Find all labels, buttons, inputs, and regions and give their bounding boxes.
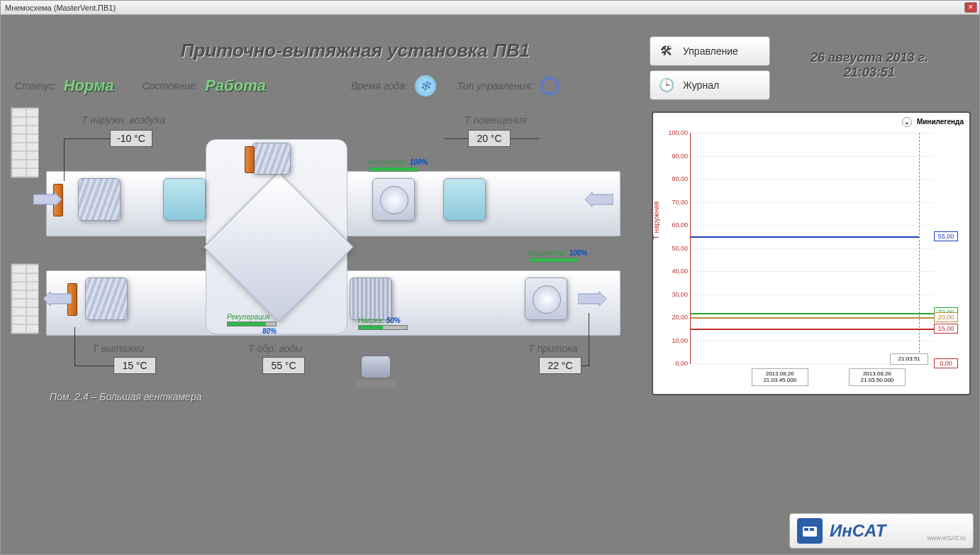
status-row: Статус: Норма Состояние: Работа Время го… bbox=[15, 75, 559, 97]
time-cursor-label: 21:03:51 bbox=[890, 353, 928, 365]
gridline bbox=[691, 156, 934, 157]
gridline bbox=[691, 202, 934, 203]
arrow-left-icon bbox=[585, 192, 613, 207]
supply-fan-icon bbox=[372, 178, 415, 221]
filter-icon bbox=[252, 143, 291, 175]
gridline bbox=[691, 248, 934, 249]
heat-label: Нагрев: 50% bbox=[358, 317, 401, 324]
exhaust-fan-icon bbox=[525, 278, 567, 320]
series-line bbox=[691, 317, 934, 319]
svg-rect-2 bbox=[810, 528, 814, 531]
close-button[interactable]: ✕ bbox=[964, 2, 977, 13]
status-value: Норма bbox=[64, 77, 114, 95]
control-type-label: Тип управления: bbox=[457, 80, 533, 92]
room-temp-label: Т помещения bbox=[464, 114, 527, 126]
trend-chart-panel: ⌄ Минилегенда Т наружная 0,0010,0020,003… bbox=[652, 111, 971, 395]
outdoor-temp-value[interactable]: -10 °C bbox=[110, 130, 152, 147]
pump-icon bbox=[351, 348, 401, 388]
recup-bar bbox=[227, 322, 277, 326]
damper-icon bbox=[245, 146, 255, 173]
wall-segment bbox=[11, 263, 39, 334]
arrow-right-icon bbox=[33, 192, 62, 207]
filter-icon bbox=[85, 278, 128, 320]
chevron-down-icon[interactable]: ⌄ bbox=[902, 117, 912, 127]
series-value-tag: 15,00 bbox=[934, 324, 958, 334]
y-axis-title: Т наружная bbox=[652, 202, 660, 240]
series-value-tag: 55,00 bbox=[934, 231, 958, 241]
legend-header[interactable]: ⌄ Минилегенда bbox=[902, 117, 964, 127]
series-line bbox=[691, 236, 919, 238]
y-tick-label: 40,00 bbox=[662, 268, 691, 275]
y-tick-label: 50,00 bbox=[662, 245, 691, 252]
series-line bbox=[691, 313, 934, 314]
sensor-connector bbox=[581, 366, 590, 366]
power2-bar bbox=[528, 258, 578, 263]
window-frame: Мнемосхема (MasterVent.ПВ1) ✕ Приточно-в… bbox=[0, 0, 980, 555]
chart-plot-area[interactable]: 0,0010,0020,0030,0040,0050,0060,0070,008… bbox=[690, 133, 934, 364]
cooling-coil-icon bbox=[163, 178, 206, 221]
state-label: Состояние: bbox=[143, 80, 199, 92]
sensor-connector bbox=[445, 138, 469, 139]
gridline bbox=[691, 341, 934, 341]
heat-bar bbox=[358, 325, 408, 330]
gridline bbox=[691, 179, 934, 180]
power1-bar bbox=[369, 167, 418, 172]
status-label: Статус: bbox=[15, 80, 57, 92]
time-text: 21:03:51 bbox=[781, 65, 958, 80]
vendor-logo[interactable]: ИнCAT www.inSAT.ru bbox=[789, 513, 974, 549]
hvac-schematic: Т наружн. воздуха -10 °C Т помещения 20 … bbox=[11, 100, 635, 405]
series-value-tag: 20,00 bbox=[934, 312, 958, 322]
y-tick-label: 60,00 bbox=[662, 221, 691, 229]
filter-icon bbox=[78, 178, 121, 221]
arrow-right-icon bbox=[578, 292, 606, 306]
recup-value: 80% bbox=[262, 327, 277, 335]
series-value-tag: 0,00 bbox=[934, 358, 958, 368]
y-tick-label: 70,00 bbox=[662, 199, 691, 206]
arrow-left-icon bbox=[43, 292, 72, 306]
title-bar: Мнемосхема (MasterVent.ПВ1) ✕ bbox=[1, 1, 979, 15]
x-tick-label: 2013.08.2621.03.45.000 bbox=[752, 368, 808, 386]
sensor-connector bbox=[589, 313, 589, 366]
room-caption: Пом. 2.4 – Большая венткамера bbox=[50, 391, 201, 402]
time-cursor-line bbox=[919, 133, 920, 363]
power1-label: Мощность: 100% bbox=[369, 158, 428, 166]
room-temp-value[interactable]: 20 °C bbox=[468, 130, 511, 147]
return-water-temp-label: Т обр. воды bbox=[248, 343, 303, 354]
sensor-connector bbox=[74, 366, 113, 366]
return-water-temp-value[interactable]: 55 °C bbox=[262, 357, 305, 374]
power2-label: Мощность: 100% bbox=[528, 249, 587, 257]
control-type-indicator bbox=[540, 77, 559, 95]
heating-coil-icon bbox=[350, 278, 392, 320]
journal-button-label: Журнал bbox=[683, 79, 719, 91]
logo-icon bbox=[797, 518, 823, 544]
y-tick-label: 0,00 bbox=[662, 360, 691, 367]
gridline bbox=[691, 133, 934, 133]
journal-button[interactable]: 🕒 Журнал bbox=[650, 70, 770, 100]
y-tick-label: 90,00 bbox=[662, 153, 691, 160]
season-label: Время года: bbox=[351, 80, 408, 92]
date-text: 26 августа 2013 г. bbox=[781, 50, 958, 65]
y-tick-label: 10,00 bbox=[662, 337, 691, 344]
sensor-connector bbox=[511, 138, 539, 139]
page-title: Приточно-вытяжная установка ПВ1 bbox=[143, 40, 568, 62]
y-tick-label: 30,00 bbox=[662, 291, 691, 298]
series-line bbox=[691, 329, 934, 330]
exhaust-temp-value[interactable]: 15 °C bbox=[113, 357, 156, 374]
logo-url: www.inSAT.ru bbox=[927, 534, 966, 542]
snowflake-icon: ❄ bbox=[415, 75, 436, 97]
supply-temp-value[interactable]: 22 °C bbox=[539, 357, 581, 374]
outdoor-temp-label: Т наружн. воздуха bbox=[82, 114, 165, 126]
app-body: Приточно-вытяжная установка ПВ1 Статус: … bbox=[1, 15, 979, 554]
x-tick-label: 2013.08.2621.03.50.000 bbox=[849, 368, 906, 386]
window-title: Мнемосхема (MasterVent.ПВ1) bbox=[5, 4, 116, 12]
gridline bbox=[691, 295, 934, 295]
y-tick-label: 100,00 bbox=[662, 129, 691, 136]
y-tick-label: 20,00 bbox=[662, 314, 691, 321]
gridline bbox=[691, 225, 934, 226]
exhaust-temp-label: Т вытяжки bbox=[92, 343, 144, 354]
y-tick-label: 80,00 bbox=[662, 175, 691, 182]
supply-temp-label: Т притока bbox=[528, 343, 578, 354]
manage-button-label: Управление bbox=[683, 45, 738, 57]
svg-rect-1 bbox=[804, 528, 808, 531]
manage-button[interactable]: 🛠 Управление bbox=[650, 36, 770, 66]
